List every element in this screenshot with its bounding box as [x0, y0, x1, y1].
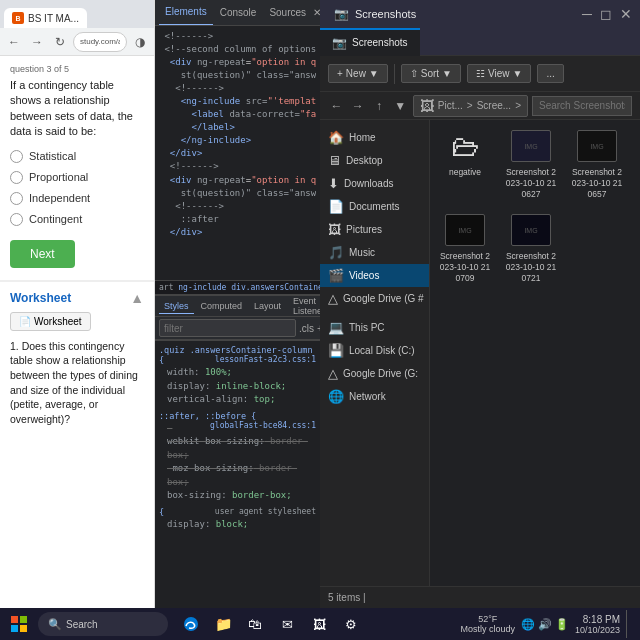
code-line-16: </div>	[159, 226, 316, 239]
volume-icon[interactable]: 🔊	[538, 618, 552, 631]
next-button[interactable]: Next	[10, 240, 75, 268]
radio-contingent[interactable]	[10, 213, 23, 226]
file-screenshot3[interactable]: IMG Screenshot 2023-10-10 210709	[438, 212, 492, 284]
css-source-2[interactable]: globalFast-bce84.css:1	[210, 421, 316, 430]
styles-tab-events[interactable]: Event Listeners	[288, 294, 320, 318]
worksheet-q-text: 1. Does this contingency table show a re…	[10, 339, 144, 427]
radio-proportional[interactable]	[10, 171, 23, 184]
taskbar-search[interactable]: 🔍 Search	[38, 612, 168, 636]
devtools-close-icon[interactable]: ✕	[313, 7, 320, 18]
file-icon-screenshot4: IMG	[510, 212, 552, 248]
question-text: If a contingency table shows a relations…	[10, 78, 144, 140]
network-icon: 🌐	[328, 389, 344, 404]
refresh-button[interactable]: ↻	[50, 32, 70, 52]
address-sep-1: >	[467, 100, 473, 111]
forward-button[interactable]: →	[27, 32, 47, 52]
option-contingent[interactable]: Contingent	[10, 213, 144, 226]
taskbar-app-mail[interactable]: ✉	[272, 610, 302, 638]
extensions-button[interactable]: ◑	[130, 32, 150, 52]
file-negative[interactable]: 🗁 negative	[438, 128, 492, 200]
clock[interactable]: 8:18 PM 10/10/2023	[575, 614, 620, 635]
sidebar-item-googledrive2[interactable]: △ Google Drive (G:	[320, 362, 429, 385]
file-screenshot1[interactable]: IMG Screenshot 2023-10-10 210627	[504, 128, 558, 200]
fe-more-button[interactable]: ...	[537, 64, 563, 83]
sidebar-item-music[interactable]: 🎵 Music	[320, 241, 429, 264]
thispc-icon: 💻	[328, 320, 344, 335]
sidebar-item-googledrive1[interactable]: △ Google Drive (G #	[320, 287, 429, 310]
address-bar[interactable]: study.com/academy/practice/quiz-workshee…	[73, 32, 127, 52]
option-proportional[interactable]: Proportional	[10, 171, 144, 184]
code-line-9: </ng-include>	[159, 134, 316, 147]
show-cls-btn[interactable]: .cls	[299, 323, 314, 334]
fe-maximize-btn[interactable]: ◻	[600, 6, 612, 22]
worksheet-button[interactable]: 📄 Worksheet	[10, 312, 91, 331]
start-button[interactable]	[4, 610, 34, 638]
sidebar-item-desktop[interactable]: 🖥 Desktop	[320, 149, 429, 172]
tab-bsitma[interactable]: B BS IT MA...	[4, 8, 87, 28]
fe-view-button[interactable]: ☷ View ▼	[467, 64, 531, 83]
taskbar: 🔍 Search 📁 🛍 ✉ 🖼 ⚙	[0, 608, 640, 640]
devtab-sources[interactable]: Sources	[263, 0, 312, 26]
sidebar-item-localdisk[interactable]: 💾 Local Disk (C:)	[320, 339, 429, 362]
sidebar-item-network[interactable]: 🌐 Network	[320, 385, 429, 408]
address-sep-2: >	[515, 100, 521, 111]
styles-tab-styles[interactable]: Styles	[159, 299, 194, 314]
fe-up-btn[interactable]: ↑	[370, 97, 387, 115]
fe-new-button[interactable]: + New ▼	[328, 64, 388, 83]
taskbar-app-photos[interactable]: 🖼	[304, 610, 334, 638]
network-status-icon[interactable]: 🌐	[521, 618, 535, 631]
sidebar-item-downloads[interactable]: ⬇ Downloads	[320, 172, 429, 195]
taskbar-app-store[interactable]: 🛍	[240, 610, 270, 638]
css-source-1[interactable]: lessonFast-a2c3.css:1	[215, 355, 316, 364]
fe-sort-button[interactable]: ⇧ Sort ▼	[401, 64, 461, 83]
radio-independent[interactable]	[10, 192, 23, 205]
styles-filter-input[interactable]	[159, 319, 296, 337]
css-block-1: .quiz .answersContainer-column { lessonF…	[159, 345, 316, 407]
fe-back-btn[interactable]: ←	[328, 97, 345, 115]
devtab-console[interactable]: Console	[214, 0, 263, 26]
sidebar-item-thispc[interactable]: 💻 This PC	[320, 316, 429, 339]
back-button[interactable]: ←	[4, 32, 24, 52]
css-selector-1: .quiz .answersContainer-column { lessonF…	[159, 345, 316, 365]
fe-address-path[interactable]: 🖼 Pict... > Scree... >	[413, 95, 528, 117]
googledrive1-icon: △	[328, 291, 338, 306]
quiz-content: question 3 of 5 If a contingency table s…	[0, 56, 154, 276]
fe-close-btn[interactable]: ✕	[620, 6, 632, 22]
sidebar-item-home[interactable]: 🏠 Home	[320, 126, 429, 149]
taskbar-app-settings[interactable]: ⚙	[336, 610, 366, 638]
file-name-screenshot3: Screenshot 2023-10-10 210709	[438, 251, 492, 284]
fe-minimize-btn[interactable]: ─	[582, 6, 592, 22]
weather-widget[interactable]: 52°F Mostly cloudy	[460, 614, 515, 634]
worksheet-expand-icon[interactable]: ▲	[130, 290, 144, 306]
tab-label-bsitma: BS IT MA...	[28, 13, 79, 24]
file-screenshot2[interactable]: IMG Screenshot 2023-10-10 210657	[570, 128, 624, 200]
file-name-screenshot4: Screenshot 2023-10-10 210721	[504, 251, 558, 284]
css-rule-2-2: -moz-box-sizing: border-box;	[167, 462, 316, 489]
fe-sidebar: 🏠 Home 🖥 Desktop ⬇ Downloads 📄 Documents…	[320, 120, 430, 586]
file-screenshot4[interactable]: IMG Screenshot 2023-10-10 210721	[504, 212, 558, 284]
fe-recent-btn[interactable]: ▼	[392, 97, 409, 115]
sidebar-item-videos[interactable]: 🎬 Videos	[320, 264, 429, 287]
devtab-elements[interactable]: Elements	[159, 0, 213, 26]
css-selector-2: ::after, ::before { globalFast-bce84.css…	[159, 411, 316, 421]
fe-search-input[interactable]	[532, 96, 632, 116]
fe-forward-btn[interactable]: →	[349, 97, 366, 115]
fe-tab-screenshots[interactable]: 📷 Screenshots	[320, 28, 420, 56]
radio-statistical[interactable]	[10, 150, 23, 163]
taskbar-app-edge[interactable]	[176, 610, 206, 638]
weather-desc: Mostly cloudy	[460, 624, 515, 634]
code-line-8: </label>	[159, 121, 316, 134]
show-desktop-btn[interactable]	[626, 610, 630, 638]
file-icon-screenshot3: IMG	[444, 212, 486, 248]
sidebar-item-documents[interactable]: 📄 Documents	[320, 195, 429, 218]
option-independent[interactable]: Independent	[10, 192, 144, 205]
code-line-12: <div ng-repeat="option in quiz(tri	[159, 174, 316, 187]
fe-address-bar: ← → ↑ ▼ 🖼 Pict... > Scree... >	[320, 92, 640, 120]
sidebar-label-thispc: This PC	[349, 322, 385, 333]
taskbar-app-explorer[interactable]: 📁	[208, 610, 238, 638]
battery-icon[interactable]: 🔋	[555, 618, 569, 631]
option-statistical[interactable]: Statistical	[10, 150, 144, 163]
styles-tab-computed[interactable]: Computed	[196, 299, 248, 313]
styles-tab-layout[interactable]: Layout	[249, 299, 286, 313]
sidebar-item-pictures[interactable]: 🖼 Pictures	[320, 218, 429, 241]
